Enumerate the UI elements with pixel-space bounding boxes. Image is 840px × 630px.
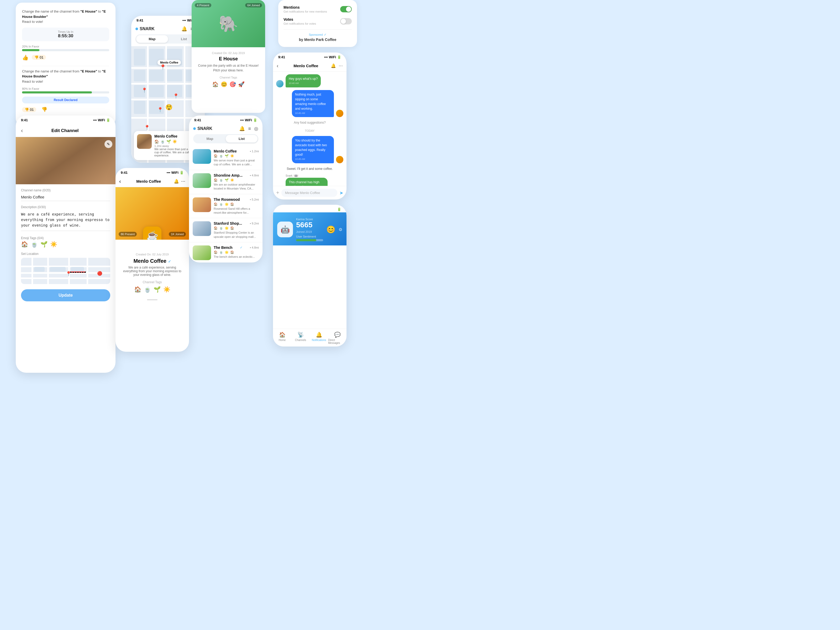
notif-mentions-row: Mentions Get notifications for new menti… [284, 5, 352, 13]
thumb-bench [193, 245, 211, 260]
sys-food: Any food suggestions? [276, 120, 343, 125]
chat-back-button[interactable]: ‹ [277, 63, 278, 69]
list-item-shoreline[interactable]: Shoreline Amp... ▪ 4.8mi 🏠🍵🌱☀️ We are an… [189, 170, 262, 194]
dist-bench: ▪ 4.8mi [250, 246, 259, 249]
bi2: 🍵 [219, 250, 223, 254]
back-button[interactable]: ‹ [21, 127, 23, 134]
karma-status-bar: 9:41 ▪▪▪ WiFi 🔋 [273, 205, 346, 212]
channel-name-input[interactable] [21, 193, 110, 201]
edit-channel-phone: 9:41 ▪▪▪ WiFi 🔋 ‹ Edit Channel ✎ Channel… [16, 115, 115, 373]
emoji-leaf[interactable]: 🌱 [40, 241, 47, 248]
cd-created: Created On: 02 July 2019 [121, 253, 184, 256]
avatar-3 [336, 156, 343, 163]
chat-input-placeholder[interactable]: Message Menlo Coffee [285, 191, 320, 195]
nav-notifications[interactable]: 🔔 Notifications [310, 332, 328, 344]
nav-home[interactable]: 🏠 Home [273, 332, 291, 344]
mi4: ☀️ [230, 154, 234, 158]
status-time: 9:41 [21, 118, 28, 122]
list-filter[interactable]: ≡ [248, 126, 251, 131]
name-row-rosewood: The Rosewood ▪ 5.2mi [214, 197, 259, 202]
emoji-sun[interactable]: ☀️ [50, 241, 57, 248]
cd-bell[interactable]: 🔔 [174, 179, 179, 184]
snark-badge: 🤖 [294, 174, 298, 177]
thumb-shoreline [193, 173, 211, 188]
ri2: 🍵 [219, 202, 223, 206]
tab-map[interactable]: Map [136, 35, 168, 43]
vote-text-2: Change the name of the channel from "E H… [22, 69, 109, 84]
road-v2 [47, 258, 49, 284]
desc-menlo: We serve more than just a great cup of c… [214, 159, 259, 167]
image-edit-button[interactable]: ✎ [104, 140, 112, 148]
list-tab-list[interactable]: List [226, 135, 257, 142]
chat-more-icon[interactable]: ⋯ [339, 63, 343, 68]
etag4: 🚀 [238, 81, 245, 87]
channels-icon: 📡 [297, 332, 304, 338]
desc-rosewood: Rosewood Sand Hill offers a resort-like … [214, 207, 259, 215]
attach-icon[interactable]: + [276, 190, 279, 196]
bell-icon[interactable]: 🔔 [182, 26, 187, 32]
list-bell[interactable]: 🔔 [239, 126, 245, 131]
cd-body: Created On: 02 July 2019 Menlo Coffee ✓ … [115, 240, 189, 297]
vote-bar-1 [22, 49, 109, 51]
mentions-toggle-knob [346, 6, 351, 12]
list-tab-map[interactable]: Map [194, 135, 226, 142]
cd-tag4: ☀️ [163, 286, 171, 293]
pin-2[interactable]: 📍 [173, 93, 179, 99]
update-button[interactable]: Update [21, 289, 110, 302]
pin-4[interactable]: 📍 [144, 125, 150, 131]
chat-status-time: 9:41 [278, 55, 285, 59]
dist-menlo: ▪ 1.2mi [250, 150, 259, 153]
chat-header-icons: 🔔 ⋯ [331, 63, 343, 68]
desc-textarea[interactable]: We are a café experience, serving everyt… [21, 210, 110, 231]
chat-bell-icon[interactable]: 🔔 [331, 63, 336, 68]
pin-menlo[interactable]: 📍 [159, 64, 166, 70]
popup-emoji2: 🍵 [160, 139, 165, 144]
dest-dot: 🔴 [97, 271, 103, 276]
list-item-stanford[interactable]: Stanford Shop... ▪ 9.2mi 🏠🍵🌟🏠 Stanford S… [189, 218, 262, 242]
time-3: 10:45 AM [295, 158, 331, 161]
mblock9 [149, 85, 164, 97]
map-mini[interactable]: 📍 🔴 [21, 258, 110, 284]
cd-back[interactable]: ‹ [119, 178, 121, 184]
cd-hero: ☕ 86 Present 1K Joined [115, 187, 189, 240]
cd-scroll [147, 299, 158, 300]
name-row-shoreline: Shoreline Amp... ▪ 4.8mi [214, 173, 259, 177]
thumbup-icon[interactable]: 👍 [22, 54, 28, 61]
list-item-rosewood[interactable]: The Rosewood ▪ 5.2mi 🏠🍵🌟🏠 Rosewood Sand … [189, 194, 262, 218]
list-item-bench[interactable]: The Bench ✓ ▪ 4.8mi 🏠🍵🌟🏠 The bench deliv… [189, 242, 262, 262]
list-item-menlo[interactable]: Menlo Coffee ▪ 1.2mi 🏠🍵🌱☀️ We serve more… [189, 146, 262, 170]
ri3: 🌟 [225, 202, 229, 206]
timer-value: 8:55:30 [26, 33, 105, 39]
emoji-house[interactable]: 🏠 [21, 241, 28, 248]
mi2: 🍵 [219, 154, 223, 158]
send-button[interactable]: ➤ [339, 190, 343, 196]
chat-phone: 9:41 ▪▪▪ WiFi 🔋 ‹ Menlo Coffee 🔔 ⋯ Hey g… [273, 52, 346, 199]
pin-3[interactable]: 📍 [157, 107, 163, 113]
pin-1[interactable]: 📍 [142, 87, 147, 93]
sponsored-box: Sponsored ✓ by Menlo Park Coffee [284, 29, 352, 42]
sponsored-label: Sponsored ✓ [284, 33, 352, 36]
cd-tag2: 🍵 [144, 286, 151, 293]
mentions-toggle[interactable] [340, 6, 352, 12]
info-rosewood: The Rosewood ▪ 5.2mi 🏠🍵🌟🏠 Rosewood Sand … [214, 197, 259, 215]
nav-home-label: Home [279, 339, 286, 341]
sponsored-name: by Menlo Park Coffee [284, 38, 352, 42]
thumbdown-icon[interactable]: 👎 [41, 107, 47, 112]
emoji-coffee[interactable]: 🍵 [31, 241, 38, 248]
nav-dm[interactable]: 💬 Direct Messages [328, 332, 346, 344]
cd-tags: 🏠 🍵 🌱 ☀️ [121, 286, 184, 293]
list-snark-dot [193, 127, 196, 130]
votes-toggle[interactable] [340, 18, 352, 24]
list-loc[interactable]: ◎ [254, 126, 258, 131]
karma-status-icons: ▪▪▪ WiFi 🔋 [324, 207, 341, 211]
mi1: 🏠 [214, 154, 218, 158]
popup-cafe-img [137, 134, 152, 149]
cd-status-icons: ▪▪▪ WiFi 🔋 [167, 171, 184, 175]
karma-settings-icon[interactable]: ⚙ [339, 227, 342, 232]
nav-channels[interactable]: 📡 Channels [291, 332, 310, 344]
cd-verified: ✓ [168, 259, 171, 264]
mblock12 [134, 101, 145, 114]
emoji-tags-row: 🏠 🍵 🌱 ☀️ [21, 241, 110, 248]
thumb-stanford [193, 221, 211, 236]
cd-more[interactable]: ⋯ [181, 179, 185, 184]
